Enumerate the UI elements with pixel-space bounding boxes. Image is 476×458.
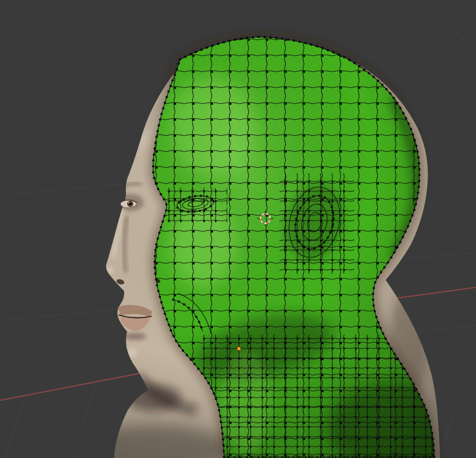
viewport-3d[interactable] bbox=[0, 0, 476, 458]
viewport-canvas[interactable] bbox=[0, 0, 476, 458]
eye-highlight bbox=[128, 202, 130, 203]
object-origin-dot bbox=[237, 347, 241, 351]
